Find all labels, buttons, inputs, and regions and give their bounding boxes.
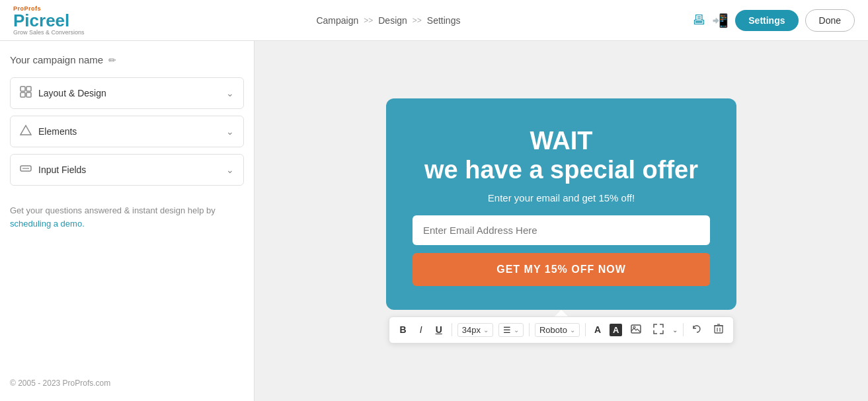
nav-campaign[interactable]: Campaign bbox=[316, 15, 358, 26]
input-fields-label: Input Fields bbox=[38, 164, 86, 175]
popup-cta-button[interactable]: GET MY 15% OFF NOW bbox=[413, 253, 710, 286]
bold-button[interactable]: B bbox=[396, 322, 411, 338]
font-chevron: ⌄ bbox=[570, 326, 575, 334]
nav-design[interactable]: Design bbox=[378, 15, 407, 26]
align-icon: ☰ bbox=[503, 325, 511, 335]
svg-rect-9 bbox=[715, 326, 723, 333]
nav-arrow-1: >> bbox=[364, 16, 373, 25]
font-size-chevron: ⌄ bbox=[483, 326, 489, 334]
header-actions: 🖶 📲 Settings Done bbox=[692, 9, 855, 32]
text-color-bg[interactable]: A bbox=[610, 324, 622, 336]
svg-rect-2 bbox=[20, 92, 25, 97]
toolbar-arrow bbox=[555, 310, 568, 316]
mobile-icon[interactable]: 📲 bbox=[712, 13, 729, 28]
nav-steps: Campaign >> Design >> Settings bbox=[316, 15, 460, 26]
underline-button[interactable]: U bbox=[432, 322, 446, 338]
campaign-name-row: Your campaign name ✏ bbox=[10, 54, 244, 65]
help-text: Get your questions answered & instant de… bbox=[10, 204, 244, 230]
svg-rect-0 bbox=[20, 87, 25, 91]
accordion-input-fields-header[interactable]: Input Fields ⌄ bbox=[11, 155, 243, 185]
monitor-icon[interactable]: 🖶 bbox=[692, 13, 705, 28]
accordion-elements-header[interactable]: Elements ⌄ bbox=[11, 116, 243, 147]
logo-tagline: Grow Sales & Conversions bbox=[13, 29, 85, 36]
nav-arrow-2: >> bbox=[413, 16, 422, 25]
italic-button[interactable]: I bbox=[416, 322, 426, 338]
align-chevron: ⌄ bbox=[514, 326, 519, 334]
accordion-elements[interactable]: Elements ⌄ bbox=[10, 116, 244, 147]
popup-title-wait[interactable]: WAIT bbox=[530, 128, 593, 155]
main-layout: Your campaign name ✏ Layout & Design bbox=[0, 41, 868, 401]
elements-chevron: ⌄ bbox=[226, 126, 234, 137]
campaign-name-text: Your campaign name bbox=[10, 54, 103, 65]
font-select[interactable]: Roboto ⌄ bbox=[535, 323, 580, 337]
font-size-value: 34px bbox=[462, 325, 481, 335]
layout-design-label: Layout & Design bbox=[38, 88, 106, 98]
font-size-select[interactable]: 34px ⌄ bbox=[457, 323, 493, 337]
elements-icon bbox=[20, 124, 32, 139]
toolbar-divider-1 bbox=[452, 323, 452, 336]
input-fields-icon bbox=[20, 163, 32, 177]
picreel-logo: Picreel bbox=[13, 12, 85, 29]
accordion-layout-design[interactable]: Layout & Design ⌄ bbox=[10, 77, 244, 109]
nav-settings[interactable]: Settings bbox=[427, 15, 461, 26]
accordion-layout-design-header[interactable]: Layout & Design ⌄ bbox=[11, 78, 243, 108]
svg-rect-1 bbox=[26, 87, 31, 91]
svg-point-8 bbox=[633, 326, 635, 328]
edit-campaign-name-icon[interactable]: ✏ bbox=[108, 55, 116, 65]
undo-button[interactable] bbox=[689, 322, 705, 338]
toolbar-divider-2 bbox=[529, 323, 530, 336]
accordion-input-fields[interactable]: Input Fields ⌄ bbox=[10, 154, 244, 186]
svg-rect-3 bbox=[26, 92, 31, 97]
svg-marker-4 bbox=[20, 126, 31, 135]
footer-copyright: © 2005 - 2023 ProProfs.com bbox=[10, 369, 244, 388]
header: ProProfs Picreel Grow Sales & Conversion… bbox=[0, 0, 868, 41]
layout-design-icon bbox=[20, 86, 32, 100]
schedule-demo-link[interactable]: scheduling a demo. bbox=[10, 219, 85, 229]
settings-button[interactable]: Settings bbox=[735, 10, 798, 31]
image-insert-button[interactable] bbox=[627, 322, 645, 338]
sidebar: Your campaign name ✏ Layout & Design bbox=[0, 41, 255, 401]
delete-button[interactable] bbox=[711, 321, 727, 338]
canvas: WAIT we have a special offer Enter your … bbox=[255, 41, 868, 401]
popup-email-input[interactable] bbox=[413, 215, 710, 245]
popup-title-offer[interactable]: we have a special offer bbox=[424, 155, 698, 186]
popup-widget: WAIT we have a special offer Enter your … bbox=[386, 98, 736, 309]
font-name-value: Roboto bbox=[539, 325, 567, 335]
toolbar-divider-4 bbox=[683, 323, 684, 336]
help-text-content: Get your questions answered & instant de… bbox=[10, 205, 216, 215]
text-color-a[interactable]: A bbox=[591, 323, 604, 336]
elements-label: Elements bbox=[38, 126, 77, 137]
layout-design-chevron: ⌄ bbox=[226, 88, 234, 98]
popup-wrapper: WAIT we have a special offer Enter your … bbox=[386, 98, 736, 343]
expand-button[interactable] bbox=[650, 321, 667, 339]
input-fields-chevron: ⌄ bbox=[226, 164, 234, 175]
logo: ProProfs Picreel Grow Sales & Conversion… bbox=[13, 5, 85, 36]
expand-down-icon[interactable]: ⌄ bbox=[672, 326, 678, 334]
popup-subtitle: Enter your email and get 15% off! bbox=[488, 192, 635, 203]
done-button[interactable]: Done bbox=[805, 9, 855, 32]
align-select[interactable]: ☰ ⌄ bbox=[498, 323, 524, 337]
svg-rect-7 bbox=[631, 325, 641, 333]
text-toolbar: B I U 34px ⌄ ☰ ⌄ Roboto ⌄ A bbox=[389, 316, 734, 344]
toolbar-divider-3 bbox=[585, 323, 586, 336]
